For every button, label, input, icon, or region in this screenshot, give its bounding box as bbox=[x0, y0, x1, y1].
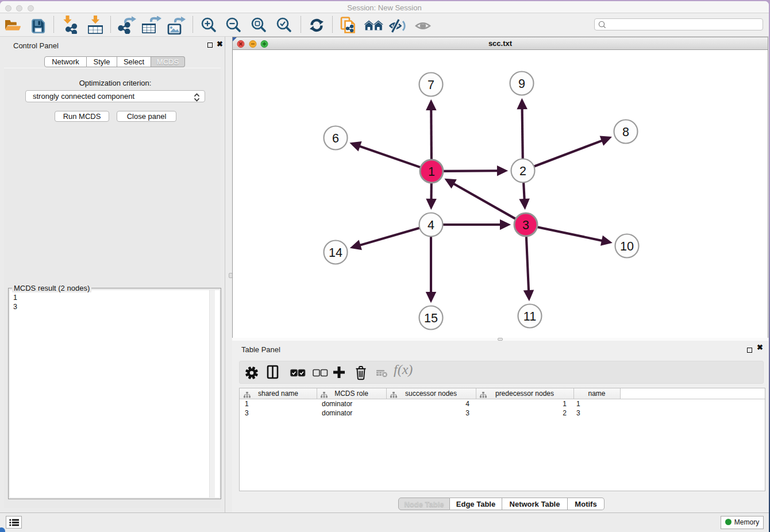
svg-text:6: 6 bbox=[332, 132, 339, 145]
svg-text:9: 9 bbox=[518, 77, 525, 91]
svg-text:11: 11 bbox=[523, 310, 536, 323]
svg-text:8: 8 bbox=[622, 125, 629, 139]
svg-text:15: 15 bbox=[424, 311, 438, 325]
svg-text:3: 3 bbox=[522, 218, 529, 232]
svg-text:4: 4 bbox=[428, 218, 434, 232]
svg-text:7: 7 bbox=[428, 78, 434, 92]
svg-text:1: 1 bbox=[428, 165, 435, 179]
svg-text:10: 10 bbox=[620, 240, 634, 253]
svg-text:14: 14 bbox=[329, 246, 342, 260]
svg-text:2: 2 bbox=[519, 164, 526, 178]
